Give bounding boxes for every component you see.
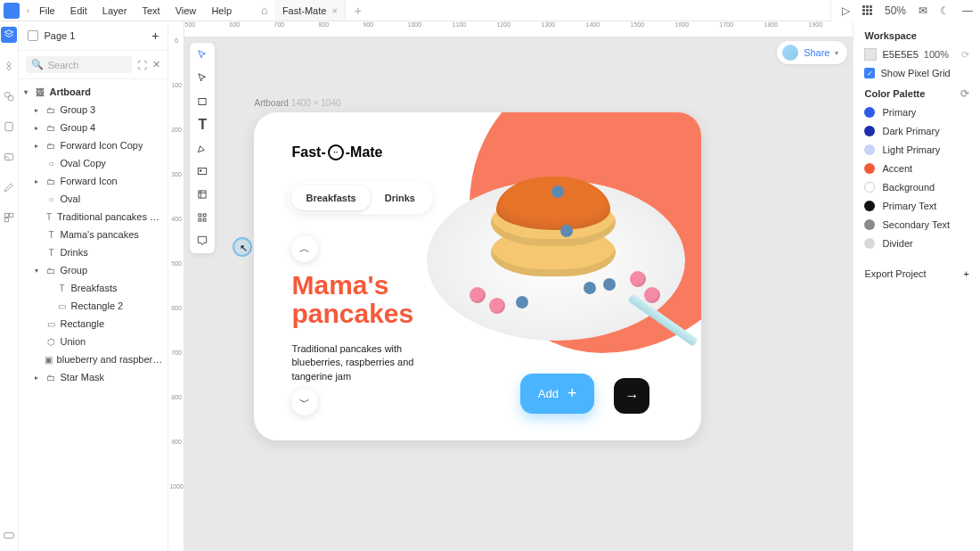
layer-node[interactable]: ▸🗀Star Mask <box>19 368 167 386</box>
clear-icon[interactable]: ✕ <box>152 59 160 70</box>
artboard-label[interactable]: Artboard 1400 × 1040 <box>254 98 340 108</box>
layer-tree: ▾🖼Artboard ▸🗀Group 3 ▸🗀Group 4 ▸🗀Forward… <box>19 79 167 551</box>
zoom-level[interactable]: 50% <box>885 4 906 17</box>
close-icon[interactable]: × <box>331 5 337 16</box>
product-description: Traditional pancakes with blueberries, r… <box>291 342 452 383</box>
pen-tool-icon[interactable] <box>195 141 209 155</box>
grid-tool-icon[interactable] <box>195 210 209 225</box>
palette-color-item[interactable]: Light Primary <box>864 144 969 155</box>
menu-file[interactable]: File <box>33 5 61 16</box>
layers-icon[interactable] <box>1 27 17 43</box>
design-canvas[interactable]: T Share ▾ Artboard 1400 × 1040 ↖ <box>184 37 853 551</box>
palette-color-item[interactable]: Dark Primary <box>864 126 969 136</box>
menu-layer[interactable]: Layer <box>96 5 134 16</box>
plus-icon[interactable]: + <box>964 268 969 279</box>
components-rail-icon[interactable] <box>2 59 16 73</box>
refresh-icon[interactable]: ⟳ <box>960 87 969 100</box>
layer-node[interactable]: ▸🗀Group 3 <box>19 101 167 119</box>
layer-node[interactable]: ▸🗀Forward Icon Copy <box>19 136 167 154</box>
tab-drinks[interactable]: Drinks <box>371 185 429 210</box>
focus-icon[interactable]: ⛶ <box>137 60 147 70</box>
cursor-pointer-icon: ↖ <box>240 243 248 254</box>
svg-point-10 <box>200 170 202 172</box>
forward-button[interactable]: → <box>614 378 649 414</box>
palette-color-item[interactable]: Background <box>864 182 969 193</box>
search-input[interactable]: 🔍 Search <box>26 56 132 73</box>
add-page-icon[interactable]: + <box>151 29 159 43</box>
layer-node[interactable]: TDrinks <box>19 243 167 261</box>
share-button[interactable]: Share ▾ <box>777 41 847 64</box>
menu-text[interactable]: Text <box>135 5 166 16</box>
theme-icon[interactable]: ☾ <box>940 4 950 17</box>
palette-color-item[interactable]: Secondary Text <box>864 219 969 230</box>
layer-node[interactable]: ▾🗀Group <box>19 261 167 279</box>
layer-node[interactable]: ○Oval Copy <box>19 154 167 172</box>
components-icon[interactable] <box>862 5 872 15</box>
chat-icon[interactable]: ✉ <box>919 4 927 17</box>
select-tool-icon[interactable] <box>195 48 209 62</box>
color-swatch <box>864 107 875 118</box>
svg-rect-9 <box>199 169 207 175</box>
layer-node[interactable]: TMama's pancakes <box>19 226 167 243</box>
add-tab-button[interactable]: + <box>346 4 371 18</box>
palette-color-item[interactable]: Divider <box>864 238 969 249</box>
document-tabs: ⌂ Fast-Mate × + <box>254 0 371 21</box>
rectangle-tool-icon[interactable] <box>195 95 209 109</box>
layer-node[interactable]: ⬡Union <box>19 333 167 350</box>
layer-node[interactable]: ○Oval <box>19 190 167 208</box>
layer-node[interactable]: ▭Rectangle <box>19 315 167 333</box>
svg-rect-2 <box>5 122 12 130</box>
artboard[interactable]: Fast-··-Mate Breakfasts Drinks ︿ Mama'sp… <box>254 112 701 440</box>
menu-edit[interactable]: Edit <box>64 5 94 16</box>
layer-node[interactable]: ▣blueberry and raspberry pan... <box>19 350 167 368</box>
palette-color-item[interactable]: Accent <box>864 163 969 174</box>
page-selector[interactable]: Page 1 + <box>19 21 167 51</box>
layer-search-row: 🔍 Search ⛶ ✕ <box>19 51 167 79</box>
refresh-icon[interactable]: ⟳ <box>961 49 969 61</box>
image-rail-icon[interactable] <box>2 150 16 164</box>
plugin-rail-icon[interactable] <box>2 210 16 225</box>
palette-color-item[interactable]: Primary Text <box>864 201 969 211</box>
next-item-button[interactable]: ﹀ <box>291 389 318 415</box>
edit-rail-icon[interactable] <box>2 180 16 194</box>
layer-node[interactable]: TBreakfasts <box>19 279 167 297</box>
layer-node[interactable]: ▭Rectangle 2 <box>19 297 167 315</box>
workspace-color-row[interactable]: E5E5E5 100% ⟳ <box>864 48 969 61</box>
home-icon[interactable]: ⌂ <box>254 4 275 17</box>
chevron-left-icon[interactable]: ‹ <box>23 6 33 15</box>
app-logo[interactable] <box>4 3 20 19</box>
svg-rect-13 <box>204 214 207 217</box>
workspace-opacity: 100% <box>924 49 949 60</box>
document-tab[interactable]: Fast-Mate × <box>275 0 346 21</box>
tab-breakfasts[interactable]: Breakfasts <box>291 185 370 210</box>
layer-node[interactable]: TTraditional pancakes with bl... <box>19 208 167 226</box>
minimize-icon[interactable]: — <box>962 4 973 17</box>
artboard-tool-icon[interactable] <box>195 187 209 201</box>
direct-select-tool-icon[interactable] <box>195 71 209 86</box>
shapes-rail-icon[interactable] <box>2 89 16 103</box>
text-tool-icon[interactable]: T <box>195 118 209 132</box>
color-label: Primary <box>882 107 916 118</box>
artboard-node[interactable]: ▾🖼Artboard <box>19 83 167 101</box>
menu-view[interactable]: View <box>169 5 203 16</box>
image-tool-icon[interactable] <box>195 164 209 178</box>
brand-logo: Fast-··-Mate <box>291 144 382 160</box>
color-swatch <box>864 182 875 193</box>
export-section[interactable]: Export Project + <box>864 259 969 279</box>
layer-node[interactable]: ▸🗀Forward Icon <box>19 172 167 190</box>
add-button[interactable]: Add+ <box>520 374 595 414</box>
menu-help[interactable]: Help <box>205 5 238 16</box>
keyboard-icon[interactable] <box>2 528 16 542</box>
layer-node[interactable]: ▸🗀Group 4 <box>19 119 167 136</box>
comment-tool-icon[interactable] <box>195 234 209 248</box>
pixel-grid-toggle[interactable]: ✓ Show Pixel Grid <box>864 68 969 78</box>
main-menu: File Edit Layer Text View Help <box>33 5 238 16</box>
play-icon[interactable]: ▷ <box>842 4 850 17</box>
activity-rail <box>0 21 19 551</box>
svg-rect-5 <box>10 213 13 217</box>
prev-item-button[interactable]: ︿ <box>291 235 318 262</box>
palette-color-item[interactable]: Primary <box>864 107 969 118</box>
color-label: Primary Text <box>882 201 936 211</box>
book-rail-icon[interactable] <box>2 119 16 134</box>
svg-rect-8 <box>199 99 206 105</box>
